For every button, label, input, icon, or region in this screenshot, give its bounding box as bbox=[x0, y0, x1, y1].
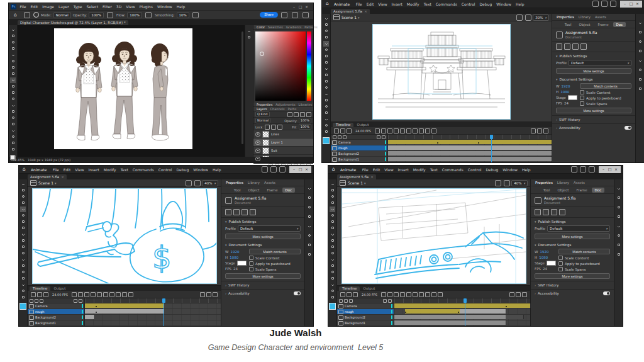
step-forward-icon[interactable] bbox=[128, 292, 133, 297]
next-keyframe-icon[interactable] bbox=[84, 292, 89, 297]
history-panel-icon[interactable] bbox=[247, 28, 252, 34]
filter-shape-icon[interactable] bbox=[306, 112, 311, 117]
match-contents-button[interactable]: Match contents bbox=[249, 249, 301, 254]
more-settings-button[interactable]: More settings bbox=[225, 273, 301, 279]
menu-item[interactable]: Edit bbox=[370, 167, 382, 172]
document-tab[interactable]: Assignment 5.fla × bbox=[337, 174, 376, 179]
clone-stamp-tool-icon[interactable] bbox=[10, 84, 16, 89]
apply-to-pasteboard-checkbox[interactable]: Apply to pasteboard bbox=[580, 95, 631, 101]
menu-item[interactable]: Help bbox=[210, 167, 223, 172]
menu-item[interactable]: Modify bbox=[404, 2, 421, 6]
menu-item[interactable]: Text bbox=[428, 167, 440, 172]
canvas[interactable] bbox=[54, 28, 192, 149]
edit-multiple-frames-icon[interactable] bbox=[97, 292, 102, 297]
zoom-level-select[interactable]: 40%▾ bbox=[202, 180, 218, 186]
swatches-panel-icon[interactable] bbox=[306, 213, 312, 219]
paint-bucket-tool-icon[interactable] bbox=[20, 219, 26, 225]
zoom-timeline-icon[interactable] bbox=[206, 292, 211, 297]
pasteboard[interactable]: $ bbox=[28, 187, 221, 285]
close-button[interactable]: × bbox=[613, 166, 619, 173]
panel-tab[interactable]: Assets bbox=[572, 181, 587, 184]
document-settings-header[interactable]: ▾ Document Settings bbox=[531, 241, 614, 248]
color-cursor-icon[interactable] bbox=[260, 52, 264, 56]
show-hide-icon[interactable] bbox=[377, 135, 380, 139]
menu-item[interactable]: Help bbox=[174, 4, 187, 9]
magnet-icon[interactable] bbox=[564, 43, 570, 50]
classic-brush-tool-icon[interactable] bbox=[323, 47, 329, 53]
hue-slider[interactable] bbox=[307, 31, 311, 101]
stage[interactable]: $ bbox=[33, 189, 216, 283]
bone-tool-icon[interactable] bbox=[20, 251, 26, 256]
timeline-ruler[interactable] bbox=[394, 298, 530, 303]
profile-select[interactable]: Default▾ bbox=[547, 225, 610, 232]
fluid-brush-tool-icon[interactable] bbox=[323, 41, 329, 47]
minimize-button[interactable]: – bbox=[291, 4, 297, 10]
panel-tab[interactable]: Adjustments bbox=[274, 103, 296, 106]
lasso-tool-icon[interactable] bbox=[10, 40, 16, 45]
width-tool-icon[interactable] bbox=[323, 110, 329, 116]
app-menu-animate[interactable]: Animate bbox=[333, 2, 353, 6]
stage-height-field[interactable]: 1080 bbox=[539, 256, 548, 259]
close-button[interactable]: × bbox=[304, 166, 309, 173]
tab-timeline[interactable]: Timeline bbox=[333, 123, 353, 127]
menu-item[interactable]: Insert bbox=[86, 167, 101, 172]
keyframe-icon[interactable] bbox=[506, 306, 507, 307]
show-hide-icon[interactable] bbox=[383, 299, 387, 303]
color-panel-icon[interactable] bbox=[306, 204, 312, 210]
dodge-tool-icon[interactable] bbox=[10, 109, 16, 115]
lock-icon[interactable] bbox=[382, 135, 386, 139]
app-menu-animate[interactable]: Animate bbox=[30, 167, 50, 172]
loop-playback-icon[interactable] bbox=[406, 128, 411, 133]
menu-item[interactable]: Help bbox=[513, 2, 526, 6]
panel-tab[interactable]: Assets bbox=[593, 15, 608, 19]
align-panel-icon[interactable] bbox=[306, 185, 312, 191]
menu-item[interactable]: View bbox=[73, 167, 86, 172]
mode-button[interactable]: Frame bbox=[594, 22, 611, 27]
panel-tab[interactable]: Libraries bbox=[297, 103, 314, 106]
fill-color-chip[interactable] bbox=[19, 303, 26, 310]
timeline-track-row[interactable] bbox=[388, 151, 552, 157]
layer-visibility-eye-icon[interactable] bbox=[255, 140, 260, 145]
eyedropper-tool-icon[interactable] bbox=[330, 263, 335, 269]
mute-sounds-icon[interactable] bbox=[419, 292, 424, 297]
pasteboard[interactable] bbox=[331, 21, 552, 122]
menu-item[interactable]: File bbox=[50, 167, 61, 172]
scale-spans-checkbox[interactable]: Scale Spans bbox=[580, 101, 631, 106]
hand-tool-icon[interactable] bbox=[20, 288, 26, 294]
smoothing-gear-icon[interactable] bbox=[192, 12, 199, 18]
layer-thumbnail[interactable] bbox=[262, 147, 269, 154]
layer-opacity-field[interactable]: 100% bbox=[299, 118, 311, 123]
frame-span[interactable] bbox=[85, 315, 95, 319]
menu-item[interactable]: Debug bbox=[477, 2, 494, 6]
mode-button[interactable]: Tool bbox=[540, 188, 553, 193]
menu-item[interactable]: Commands bbox=[433, 2, 459, 6]
app-menu-animate[interactable]: Animate bbox=[339, 167, 360, 172]
timeline-track-row[interactable] bbox=[394, 320, 530, 326]
more-settings-button[interactable]: More settings bbox=[535, 234, 610, 239]
snap-icon[interactable] bbox=[535, 209, 541, 215]
workspace-icon[interactable] bbox=[580, 166, 586, 173]
shape-tool-icon[interactable] bbox=[10, 134, 16, 140]
align-panel-icon[interactable] bbox=[637, 20, 643, 25]
mode-button[interactable]: Object bbox=[245, 188, 263, 193]
type-tool-icon[interactable] bbox=[10, 122, 16, 127]
more-settings-button[interactable]: More settings bbox=[535, 273, 610, 279]
scene-name[interactable]: Scene 1 bbox=[341, 15, 357, 20]
workspace-icon[interactable] bbox=[601, 1, 608, 7]
settings-gear-icon[interactable] bbox=[610, 1, 616, 7]
opacity-field[interactable]: 100% bbox=[89, 12, 104, 18]
new-layer-icon[interactable] bbox=[339, 299, 343, 303]
timeline-track-row[interactable] bbox=[394, 303, 530, 309]
accessibility-section[interactable]: › Accessibility bbox=[221, 289, 304, 297]
playhead[interactable] bbox=[164, 298, 164, 326]
play-icon[interactable] bbox=[122, 292, 127, 297]
previous-keyframe-icon[interactable] bbox=[381, 292, 386, 297]
fps-field[interactable]: 24 bbox=[543, 267, 547, 271]
selection-tool-icon[interactable] bbox=[20, 181, 26, 187]
panel-tab[interactable]: Gradients bbox=[285, 25, 303, 29]
asset-warp-tool-icon[interactable] bbox=[330, 257, 335, 263]
panel-tab[interactable]: Properties bbox=[255, 103, 274, 106]
delete-layer-icon[interactable] bbox=[349, 299, 353, 303]
menu-item[interactable]: Image bbox=[40, 4, 57, 9]
layer-row-lines[interactable]: Lines bbox=[253, 130, 313, 139]
